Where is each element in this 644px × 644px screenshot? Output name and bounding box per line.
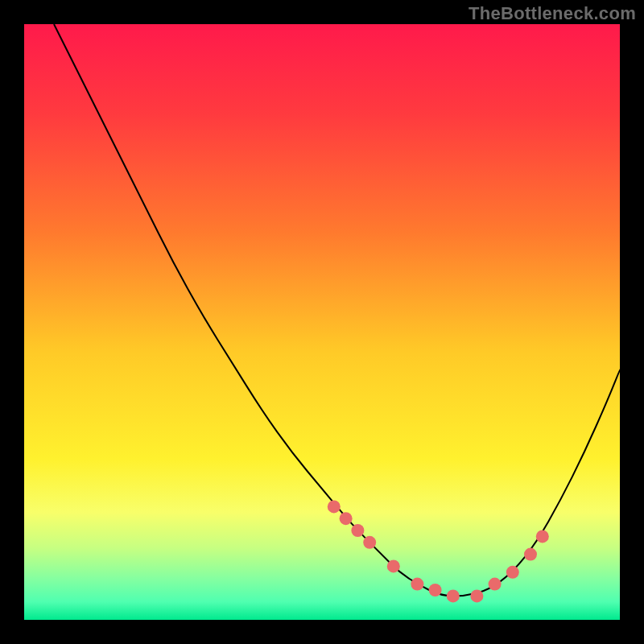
marker-dots bbox=[328, 500, 549, 602]
marker-dot bbox=[411, 578, 423, 591]
watermark-text: TheBottleneck.com bbox=[469, 3, 636, 24]
marker-dot bbox=[429, 584, 442, 597]
chart-frame: TheBottleneck.com bbox=[0, 0, 644, 644]
marker-dot bbox=[328, 500, 341, 513]
marker-dot bbox=[447, 589, 460, 602]
marker-dot bbox=[470, 589, 483, 602]
marker-dot bbox=[506, 566, 519, 579]
marker-dot bbox=[524, 548, 537, 561]
marker-dot bbox=[363, 536, 376, 549]
marker-dot bbox=[351, 524, 364, 537]
plot-area bbox=[24, 24, 620, 620]
marker-dot bbox=[387, 559, 400, 572]
marker-dot bbox=[536, 530, 549, 543]
chart-overlay bbox=[24, 24, 620, 620]
marker-dot bbox=[340, 512, 353, 525]
marker-dot bbox=[489, 578, 502, 591]
